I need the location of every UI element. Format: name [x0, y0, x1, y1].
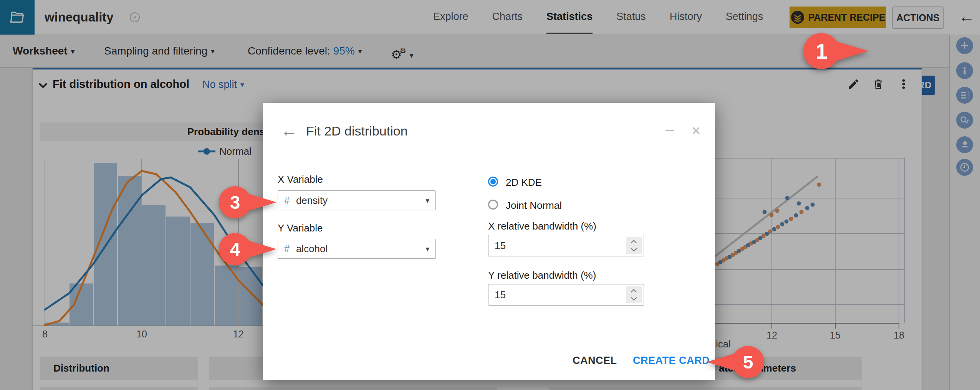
numeric-type-icon: #: [284, 243, 290, 254]
fit-2d-distribution-modal: ← Fit 2D distribution – × X Variable # d…: [263, 103, 715, 380]
y-variable-value: alcohol: [296, 243, 426, 255]
y-variable-label: Y Variable: [278, 222, 323, 234]
numeric-type-icon: #: [284, 195, 290, 206]
cancel-button[interactable]: CANCEL: [573, 355, 617, 367]
radio-joint-normal[interactable]: [488, 200, 498, 210]
chevron-down-icon: ▾: [425, 245, 429, 253]
radio-joint-normal-label: Joint Normal: [506, 200, 562, 212]
y-bandwidth-label: Y relative bandwidth (%): [488, 269, 596, 281]
minimize-icon[interactable]: –: [665, 121, 674, 137]
callout-1: 1: [803, 33, 869, 69]
radio-2d-kde-label: 2D KDE: [506, 177, 542, 188]
chevron-down-icon: ▾: [425, 196, 429, 205]
modal-title: Fit 2D distribution: [306, 124, 408, 139]
callout-5: 5: [707, 346, 764, 378]
stepper-icon[interactable]: [626, 237, 642, 254]
x-variable-value: density: [296, 195, 426, 207]
close-icon[interactable]: ×: [692, 123, 700, 138]
stepper-icon[interactable]: [626, 286, 642, 303]
y-variable-select[interactable]: # alcohol ▾: [278, 239, 436, 259]
x-bandwidth-label: X relative bandwidth (%): [488, 220, 596, 232]
x-variable-label: X Variable: [278, 174, 323, 185]
app-root: winequality Explore Charts Statistics St…: [0, 0, 980, 390]
radio-2d-kde[interactable]: [488, 177, 498, 187]
create-card-button[interactable]: CREATE CARD: [633, 355, 710, 367]
y-bandwidth-input[interactable]: [488, 284, 644, 306]
callout-3: 3: [219, 186, 276, 218]
callout-4: 4: [219, 233, 276, 265]
x-variable-select[interactable]: # density ▾: [278, 190, 436, 210]
x-bandwidth-input[interactable]: [488, 235, 644, 256]
modal-back-arrow-icon[interactable]: ←: [281, 122, 298, 139]
